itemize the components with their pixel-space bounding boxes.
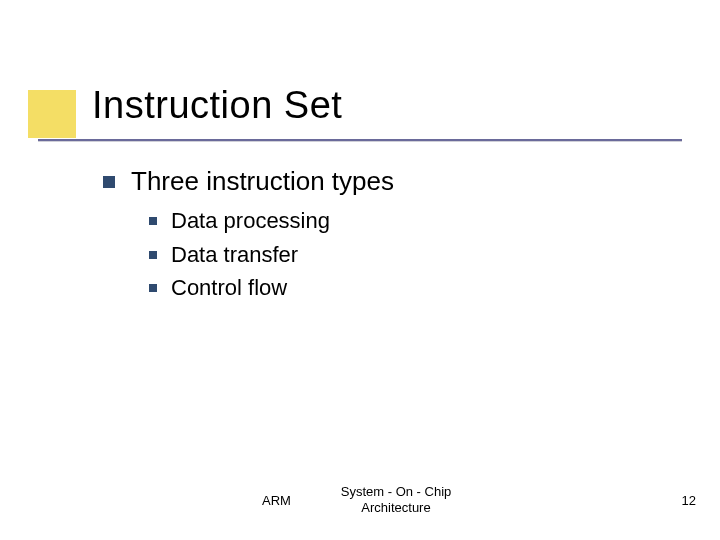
- level1-text: Three instruction types: [131, 166, 394, 197]
- level2-text: Data transfer: [171, 241, 298, 269]
- bullet-level2: Data processing: [149, 207, 663, 235]
- square-bullet-icon: [149, 251, 157, 259]
- footer-left-text: ARM: [262, 493, 291, 508]
- title-underline: [38, 139, 682, 141]
- square-bullet-icon: [103, 176, 115, 188]
- slide-body: Three instruction types Data processing …: [103, 166, 663, 308]
- slide-footer: ARM System - On - Chip Architecture 12: [0, 476, 720, 516]
- square-bullet-icon: [149, 284, 157, 292]
- footer-center-text: System - On - Chip Architecture: [316, 484, 476, 517]
- bullet-level1: Three instruction types: [103, 166, 663, 197]
- level2-text: Data processing: [171, 207, 330, 235]
- sub-bullets: Data processing Data transfer Control fl…: [149, 207, 663, 302]
- square-bullet-icon: [149, 217, 157, 225]
- slide-title: Instruction Set: [92, 84, 342, 127]
- bullet-level2: Control flow: [149, 274, 663, 302]
- bullet-level2: Data transfer: [149, 241, 663, 269]
- page-number: 12: [682, 493, 696, 508]
- level2-text: Control flow: [171, 274, 287, 302]
- accent-square: [28, 90, 76, 138]
- slide: Instruction Set Three instruction types …: [0, 0, 720, 540]
